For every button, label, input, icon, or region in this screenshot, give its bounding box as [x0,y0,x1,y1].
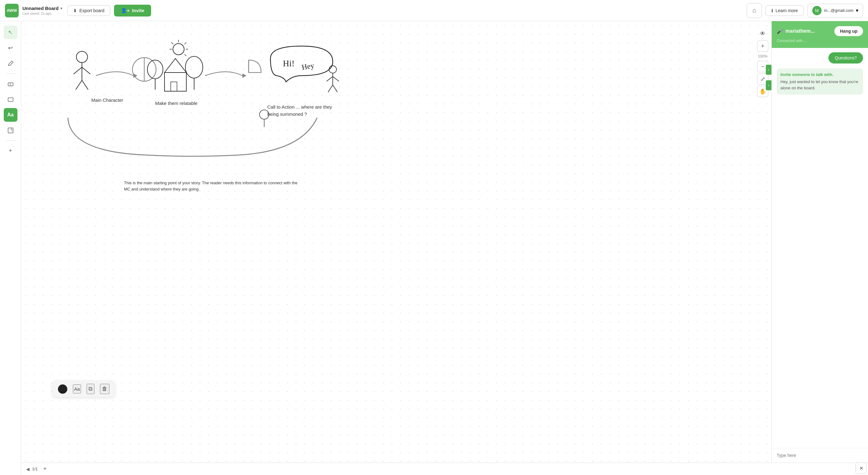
invite-title: Invite someone to talk with. [780,72,859,77]
invite-message: Invite someone to talk with. Hey, just w… [777,68,863,95]
board-saved-status: Last saved: 2s ago. [23,11,62,15]
learn-more-label: Learn more [775,8,798,13]
mic-icon: 🎤 [777,28,783,34]
eraser-icon [7,80,14,87]
home-icon: ⌂ [752,7,756,14]
view-button[interactable]: 👁 [757,28,768,39]
panel-toggle-2[interactable]: › [766,80,771,90]
zoom-out-icon: − [761,64,765,70]
home-button[interactable]: ⌂ [747,3,762,18]
svg-text:Hey: Hey [301,61,315,72]
svg-line-10 [82,80,88,90]
tool-add[interactable]: + [4,144,18,158]
svg-line-26 [172,42,173,44]
canvas-drawing: Hi! Hey [21,21,868,463]
tool-eraser[interactable] [4,77,18,91]
left-toolbar: ↖ ↩ Aa + [0,21,21,475]
board-dropdown-icon[interactable]: ▾ [60,6,62,10]
page-info: 1/1 [32,467,38,471]
tool-draw[interactable] [4,57,18,70]
eye-icon: 👁 [760,31,766,37]
board-name-area: Unnamed Board ▾ Last saved: 2s ago. [23,6,62,15]
questions-button[interactable]: Questions? [829,52,863,64]
user-avatar: M [812,6,822,15]
chat-input[interactable] [777,453,863,458]
invite-button[interactable]: 👤+ Invite [114,5,151,16]
export-board-button[interactable]: ⬇ Export board [67,5,110,16]
page-navigation: ◀ 1/1 [26,467,40,472]
delete-icon: 🗑 [102,386,107,392]
svg-line-7 [73,67,82,74]
tool-text[interactable]: Aa [4,108,18,122]
tool-sticky[interactable] [4,124,18,137]
invite-label: Invite [132,8,144,13]
svg-marker-15 [164,59,186,72]
pen-icon [7,60,14,67]
voice-panel: 🎤 mariathem... Hang up Connected with ..… [772,21,868,48]
svg-line-37 [333,85,337,92]
voice-participant-name: 🎤 mariathem... [777,28,815,34]
connected-status: Connected with ... [777,39,863,43]
info-icon: ℹ [771,8,773,13]
invite-body: Hey, just wanted to let you know that yo… [780,79,859,91]
text-format-button[interactable]: Aa [73,384,81,394]
svg-point-19 [185,56,203,78]
shape-icon [7,96,14,103]
svg-point-21 [173,43,184,55]
color-picker[interactable] [58,384,67,394]
tool-shape[interactable] [4,93,18,106]
add-page-button[interactable]: + [43,466,47,472]
undo-icon: ↩ [8,44,13,52]
zoom-in-button[interactable]: + [757,40,768,52]
copy-icon: ⧉ [89,386,93,392]
add-icon: + [9,147,12,154]
export-icon: ⬇ [73,8,77,13]
sticky-icon [7,127,14,134]
expand-icon: ⤢ [761,76,765,82]
app-logo: AWW [5,4,19,18]
board-name[interactable]: Unnamed Board [23,6,59,11]
zoom-percent: 100% [758,54,768,59]
svg-line-9 [76,80,82,90]
svg-rect-16 [171,82,177,91]
chat-input-area [772,448,868,463]
user-email: m...@gmail.com [824,8,854,13]
copy-button[interactable]: ⧉ [87,384,94,394]
svg-line-35 [333,76,339,81]
svg-point-17 [147,60,163,79]
close-panel-button[interactable]: ✕ [856,463,867,474]
hand-icon: ✋ [759,88,766,95]
svg-line-8 [82,67,90,74]
tool-select[interactable]: ↖ [4,26,18,39]
bottom-bar: ◀ 1/1 + [21,463,868,475]
svg-rect-3 [8,98,13,101]
hang-up-button[interactable]: Hang up [834,26,863,36]
svg-line-25 [184,54,186,56]
zoom-in-icon: + [761,43,765,49]
selection-toolbar: Aa ⧉ 🗑 [52,381,115,397]
svg-line-34 [327,76,333,81]
panel-toggle-1[interactable]: › [766,65,771,75]
user-area[interactable]: M m...@gmail.com ▾ [808,4,863,18]
tool-undo[interactable]: ↩ [4,41,18,55]
delete-button[interactable]: 🗑 [100,384,110,394]
learn-more-button[interactable]: ℹ Learn more [766,5,804,16]
prev-page-button[interactable]: ◀ [26,467,30,472]
svg-marker-28 [242,73,246,78]
svg-line-36 [328,85,333,92]
invite-icon: 👤+ [121,8,130,13]
svg-rect-4 [8,128,13,133]
right-panel: 🎤 mariathem... Hang up Connected with ..… [771,21,868,463]
canvas-area[interactable]: Hi! Hey Main Character Make them relatab… [21,21,868,463]
close-icon: ✕ [859,465,863,471]
user-dropdown-icon: ▾ [856,7,858,13]
select-icon: ↖ [8,29,13,36]
svg-point-32 [329,66,337,73]
chat-area: Questions? Invite someone to talk with. … [772,48,868,463]
svg-text:Hi!: Hi! [283,59,294,68]
text-icon: Aa [7,112,13,118]
export-label: Export board [80,8,104,13]
svg-point-5 [76,52,88,63]
svg-line-23 [184,42,186,44]
svg-point-38 [259,110,269,119]
